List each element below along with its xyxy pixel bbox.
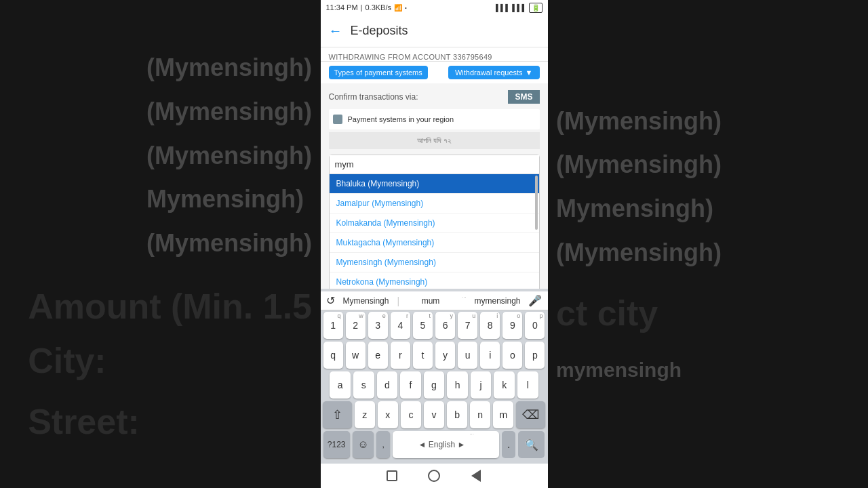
suggestion-mymensingh[interactable]: Mymensingh <box>335 295 397 307</box>
mic-icon[interactable]: 🎤 <box>528 294 542 307</box>
key-g[interactable]: g <box>424 371 445 399</box>
key-i[interactable]: i <box>480 342 500 369</box>
key-e[interactable]: e <box>368 342 388 369</box>
status-bar: 11:34 PM | 0.3KB/s 📶 • ▌▌▌ ▌▌▌ 🔋 <box>321 0 548 15</box>
dropdown-item-jamalpur[interactable]: Jamalpur (Mymensingh) <box>330 194 539 214</box>
key-9[interactable]: 9o <box>502 312 522 339</box>
key-p[interactable]: p <box>525 342 545 369</box>
key-t[interactable]: t <box>413 342 433 369</box>
key-k[interactable]: k <box>494 371 515 399</box>
tabs-row: Types of payment systems Withdrawal requ… <box>321 62 548 83</box>
key-0[interactable]: 0p <box>525 312 545 339</box>
emoji-icon: ☺ <box>357 439 368 451</box>
number-row: 1q 2w 3e 4r 5t 6y 7u 8i 9o 0p <box>321 312 548 339</box>
comma-label: , <box>382 440 384 449</box>
payment-systems-tab[interactable]: Types of payment systems <box>329 66 428 79</box>
key-4[interactable]: 4r <box>391 312 410 339</box>
key-l[interactable]: l <box>517 371 538 399</box>
bg-left-text: (Mymensingh) (Mymensingh) (Mymensingh) M… <box>146 46 312 266</box>
symbols-key[interactable]: ?123 <box>323 431 350 458</box>
key-3[interactable]: 3e <box>368 312 388 339</box>
emoji-key[interactable]: ☺ <box>353 431 374 458</box>
key-5[interactable]: 5t <box>413 312 433 339</box>
dropdown-item-netrokona[interactable]: Netrokona (Mymensingh) <box>330 272 539 289</box>
qwerty-row1: q w e r t y u i o p <box>321 342 548 369</box>
app-bar: ← E-deposits <box>321 15 548 47</box>
account-header: WITHDRAWING FROM ACCOUNT 336795649 <box>321 47 548 62</box>
suggestion-mymensingh2[interactable]: mymensingh <box>467 295 529 307</box>
back-button[interactable]: ← <box>329 23 342 39</box>
home-button[interactable] <box>427 468 441 483</box>
key-a[interactable]: a <box>330 371 351 399</box>
key-v[interactable]: v <box>424 401 444 428</box>
key-n[interactable]: n <box>470 401 490 428</box>
key-f[interactable]: f <box>400 371 421 399</box>
confirm-row: Confirm transactions via: SMS <box>329 90 540 104</box>
withdrawal-arrow: ▼ <box>526 68 533 77</box>
background-right: (Mymensingh) (Mymensingh) Mymensingh) (M… <box>542 0 868 488</box>
square-icon <box>387 470 397 481</box>
checkbox-icon[interactable] <box>333 115 342 124</box>
key-u[interactable]: u <box>458 342 477 369</box>
signal-icon2: ▌▌▌ <box>512 4 526 12</box>
signal-icon: ▌▌▌ <box>496 4 510 12</box>
refresh-icon[interactable]: ↺ <box>326 294 335 307</box>
key-2[interactable]: 2w <box>346 312 366 339</box>
key-h[interactable]: h <box>447 371 468 399</box>
banner-text: আপনি যদি ৭২ <box>329 132 540 149</box>
comma-key[interactable]: , <box>376 431 390 458</box>
status-separator: | <box>361 3 363 12</box>
recents-button[interactable] <box>384 468 399 483</box>
dropdown-item-muktagacha[interactable]: Muktagacha (Mymensingh) <box>330 233 539 253</box>
period-label: . <box>507 439 510 451</box>
key-z[interactable]: z <box>355 401 375 428</box>
checkbox-row: Payment systems in your region <box>329 109 540 129</box>
key-8[interactable]: 8i <box>480 312 500 339</box>
key-j[interactable]: j <box>471 371 492 399</box>
dot-indicator: • <box>405 5 407 11</box>
symbols-label: ?123 <box>328 440 346 449</box>
scrollbar <box>535 176 538 230</box>
main-content: WITHDRAWING FROM ACCOUNT 336795649 Types… <box>321 47 548 289</box>
withdrawal-tab[interactable]: Withdrawal requests ▼ <box>448 66 540 79</box>
key-7[interactable]: 7u <box>458 312 477 339</box>
spacebar[interactable]: ◄ English ► ··· <box>393 431 499 458</box>
key-r[interactable]: r <box>391 342 410 369</box>
dropdown-item-kolmakanda[interactable]: Kolmakanda (Mymensingh) <box>330 214 539 233</box>
autocomplete-dropdown[interactable]: Bhaluka (Mymensingh) Jamalpur (Mymensing… <box>329 155 540 289</box>
english-label: ◄ English ► <box>418 440 466 449</box>
key-x[interactable]: x <box>378 401 398 428</box>
search-icon: 🔍 <box>525 439 538 451</box>
shift-key[interactable]: ⇧ <box>323 401 351 428</box>
back-nav-button[interactable] <box>469 468 484 483</box>
period-key[interactable]: . <box>502 431 515 458</box>
dropdown-item-mymensingh[interactable]: Mymensingh (Mymensingh) <box>330 253 539 272</box>
suggestion-mum[interactable]: mum <box>399 295 462 307</box>
key-o[interactable]: o <box>502 342 522 369</box>
sms-button[interactable]: SMS <box>508 90 539 104</box>
key-s[interactable]: s <box>353 371 374 399</box>
keyboard-bottom-row: ?123 ☺ , ◄ English ► ··· . 🔍 <box>321 431 548 458</box>
key-w[interactable]: w <box>346 342 366 369</box>
app-title: E-deposits <box>351 24 408 38</box>
key-d[interactable]: d <box>377 371 398 399</box>
key-6[interactable]: 6y <box>435 312 455 339</box>
key-y[interactable]: y <box>435 342 455 369</box>
key-1[interactable]: 1q <box>323 312 343 339</box>
key-q[interactable]: q <box>323 342 343 369</box>
form-area: Confirm transactions via: SMS Payment sy… <box>321 83 548 289</box>
battery-icon: 🔋 <box>529 3 542 13</box>
circle-icon <box>428 470 440 482</box>
search-key[interactable]: 🔍 <box>518 431 545 458</box>
checkbox-label: Payment systems in your region <box>348 115 454 123</box>
city-search-input[interactable] <box>330 155 539 174</box>
suggestion-bar: ↺ Mymensingh | mum ··· mymensingh 🎤 <box>321 291 548 310</box>
qwerty-row2: a s d f g h j k l <box>321 371 548 399</box>
key-b[interactable]: b <box>447 401 467 428</box>
withdrawal-label: Withdrawal requests <box>455 68 523 77</box>
backspace-key[interactable]: ⌫ <box>516 401 545 428</box>
key-c[interactable]: c <box>401 401 421 428</box>
key-m[interactable]: m <box>493 401 513 428</box>
dropdown-item-bhaluka[interactable]: Bhaluka (Mymensingh) <box>330 174 539 194</box>
home-bar <box>321 464 548 488</box>
